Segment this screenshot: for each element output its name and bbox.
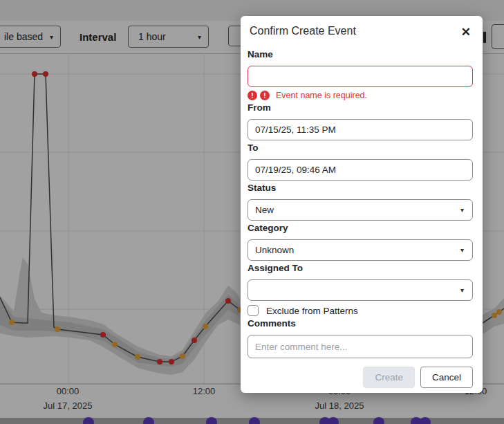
comments-input[interactable] — [248, 335, 473, 358]
exclude-patterns-row: Exclude from Patterns — [248, 305, 473, 316]
chevron-down-icon: ▾ — [460, 206, 464, 214]
confirm-create-event-dialog: Confirm Create Event ✕ Name ! ! Event na… — [241, 16, 483, 393]
to-input[interactable] — [248, 159, 473, 181]
to-label: To — [248, 142, 473, 153]
dialog-title: Confirm Create Event — [248, 25, 356, 37]
category-select[interactable]: Unknown ▾ — [248, 239, 473, 261]
category-value: Unknown — [255, 245, 294, 255]
cancel-button[interactable]: Cancel — [420, 367, 473, 388]
assigned-to-select[interactable]: ▾ — [248, 279, 473, 301]
assigned-to-label: Assigned To — [248, 263, 473, 273]
comments-label: Comments — [248, 318, 473, 329]
name-input[interactable] — [248, 66, 473, 87]
error-icon: ! — [248, 91, 257, 100]
chevron-down-icon: ▾ — [460, 246, 464, 254]
status-select[interactable]: New ▾ — [248, 199, 473, 221]
status-value: New — [255, 205, 274, 215]
chevron-down-icon: ▾ — [460, 286, 464, 294]
category-label: Category — [248, 223, 473, 233]
name-label: Name — [248, 49, 473, 59]
name-error-row: ! ! Event name is required. — [248, 91, 473, 100]
error-icon: ! — [260, 91, 270, 100]
exclude-patterns-checkbox[interactable] — [248, 305, 259, 316]
close-icon[interactable]: ✕ — [459, 25, 473, 39]
from-input[interactable] — [248, 119, 473, 140]
status-label: Status — [248, 183, 473, 193]
create-button[interactable]: Create — [363, 367, 415, 388]
from-label: From — [248, 102, 473, 113]
exclude-patterns-label: Exclude from Patterns — [266, 306, 358, 316]
name-error-text: Event name is required. — [276, 91, 367, 100]
